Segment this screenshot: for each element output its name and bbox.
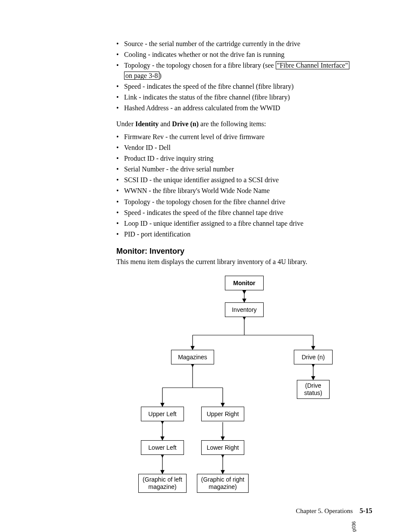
node-inventory: Inventory xyxy=(225,302,264,317)
inventory-menu-diagram: Monitor Inventory Magazines Drive (n) (D… xyxy=(141,276,348,526)
list-item: Serial Number - the drive serial number xyxy=(116,164,372,174)
list-item: Loop ID - unique identifier assigned to … xyxy=(116,218,372,228)
text-bold: Drive (n) xyxy=(172,120,199,128)
node-magazines: Magazines xyxy=(171,350,214,364)
list-item: Speed - indicates the speed of the fibre… xyxy=(116,81,372,91)
section-paragraph: This menu item displays the current libr… xyxy=(116,257,372,267)
bullet-list-2: Firmware Rev - the current level of driv… xyxy=(116,132,372,240)
section-heading: Monitor: Inventory xyxy=(116,247,372,256)
node-graphic-right: (Graphic of right magazine) xyxy=(197,474,249,493)
cross-ref-link[interactable]: on page 3-8 xyxy=(124,72,159,80)
list-item-topology: Topology - the topology chosen for a fib… xyxy=(116,60,372,80)
text: ) xyxy=(159,72,162,79)
text: are the following items: xyxy=(199,120,266,128)
list-item: Hashed Address - an address calculated f… xyxy=(116,103,372,113)
figure-code: a77ug036 xyxy=(351,521,356,532)
node-upper-left: Upper Left xyxy=(141,407,184,421)
node-drive-n: Drive (n) xyxy=(294,350,333,364)
node-graphic-left: (Graphic of left magazine) xyxy=(138,474,187,493)
list-item: Speed - indicates the speed of the fibre… xyxy=(116,208,372,218)
node-upper-right: Upper Right xyxy=(201,407,244,421)
list-item: Cooling - indicates whether or not the d… xyxy=(116,50,372,59)
paragraph-identity: Under Identity and Drive (n) are the fol… xyxy=(116,119,372,129)
list-item: PID - port identification xyxy=(116,229,372,239)
page: Source - the serial number of the cartri… xyxy=(0,0,411,532)
footer-page-number: 5-15 xyxy=(360,507,372,514)
list-item: WWNN - the fibre library's World Wide No… xyxy=(116,186,372,196)
cross-ref-link[interactable]: "Fibre Channel Interface" xyxy=(276,61,349,69)
list-item: Source - the serial number of the cartri… xyxy=(116,39,372,49)
footer-chapter: Chapter 5. Operations xyxy=(296,507,353,514)
text: Under xyxy=(116,120,135,128)
text: and xyxy=(159,120,172,128)
list-item: SCSI ID - the unique identifier assigned… xyxy=(116,175,372,185)
node-lower-right: Lower Right xyxy=(201,440,244,455)
node-lower-left: Lower Left xyxy=(141,440,184,455)
text: Topology - the topology chosen for a fib… xyxy=(124,62,276,69)
page-footer: Chapter 5. Operations 5-15 xyxy=(296,507,372,515)
list-item: Firmware Rev - the current level of driv… xyxy=(116,132,372,142)
list-item: Vendor ID - Dell xyxy=(116,143,372,152)
node-drive-status: (Drive status) xyxy=(297,380,330,399)
list-item: Topology - the topology chosen for the f… xyxy=(116,197,372,207)
node-monitor: Monitor xyxy=(225,276,264,290)
text-bold: Identity xyxy=(135,120,159,128)
list-item: Product ID - drive inquiry string xyxy=(116,153,372,163)
bullet-list-1: Source - the serial number of the cartri… xyxy=(116,39,372,113)
list-item: Link - indicates the status of the fibre… xyxy=(116,92,372,102)
